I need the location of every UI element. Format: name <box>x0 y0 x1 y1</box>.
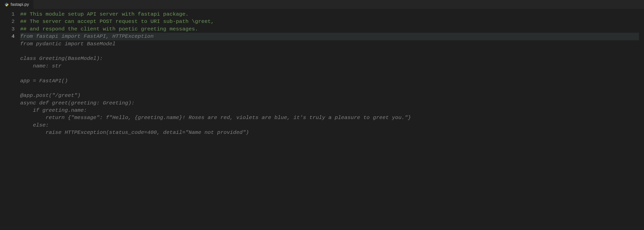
code-line[interactable]: raise HTTPException(status_code=400, det… <box>20 129 639 136</box>
line-number: 4 <box>0 33 15 40</box>
code-line[interactable]: ## and respond the client with poetic gr… <box>20 25 639 33</box>
code-line[interactable]: from pydantic import BaseModel <box>20 40 639 48</box>
python-file-icon <box>5 3 9 7</box>
code-line[interactable]: ## The server can accept POST request to… <box>20 18 639 25</box>
code-line[interactable]: return {"message": f"Hello, {greeting.na… <box>20 114 639 121</box>
code-line[interactable]: else: <box>20 122 639 129</box>
code-line[interactable]: class Greeting(BaseModel): <box>20 55 639 62</box>
line-number: 2 <box>0 18 15 25</box>
line-number-gutter: 1234 <box>0 11 20 136</box>
tab-bar: fastapi.py <box>0 0 644 9</box>
code-line[interactable]: if greeting.name: <box>20 107 639 114</box>
code-line[interactable]: ## This module setup API server with fas… <box>20 11 639 18</box>
code-area[interactable]: ## This module setup API server with fas… <box>20 11 644 136</box>
code-line[interactable]: name: str <box>20 62 639 70</box>
code-line[interactable] <box>20 48 639 55</box>
code-line[interactable]: @app.post("/greet") <box>20 92 639 99</box>
code-line[interactable] <box>20 85 639 92</box>
tab-fastapi[interactable]: fastapi.py <box>0 0 34 9</box>
line-number: 3 <box>0 25 15 33</box>
tab-filename: fastapi.py <box>11 2 29 8</box>
code-line[interactable]: app = FastAPI() <box>20 77 639 85</box>
editor[interactable]: 1234 ## This module setup API server wit… <box>0 9 644 136</box>
code-line[interactable] <box>20 70 639 77</box>
line-number: 1 <box>0 11 15 18</box>
code-line[interactable]: from fastapi import FastAPI, HTTPExcepti… <box>20 33 639 40</box>
code-line[interactable]: async def greet(greeting: Greeting): <box>20 99 639 107</box>
